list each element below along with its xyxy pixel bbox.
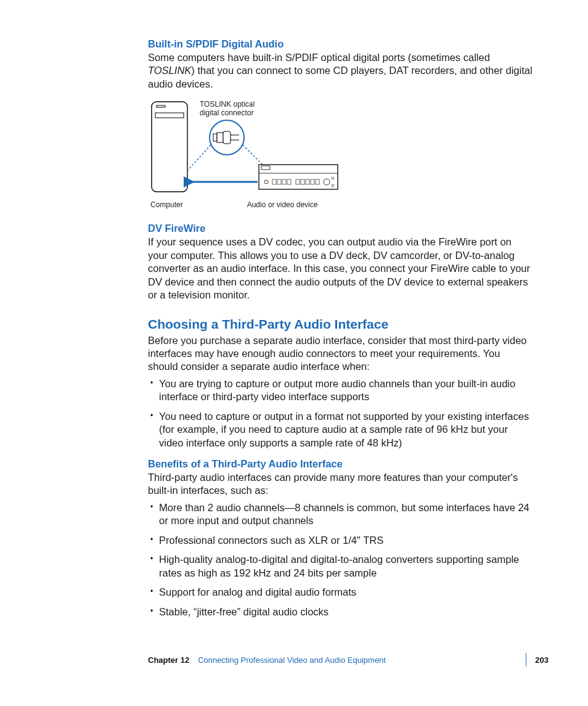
document-page: Built-in S/PDIF Digital Audio Some compu… — [0, 0, 588, 706]
body-firewire: If your sequence uses a DV codec, you ca… — [148, 236, 533, 302]
svg-line-9 — [187, 145, 211, 171]
list-item: Professional connectors such as XLR or 1… — [148, 534, 533, 547]
heading-choosing: Choosing a Third-Party Audio Interface — [148, 317, 533, 332]
list-item: You are trying to capture or output more… — [148, 377, 533, 404]
t: Some computers have built-in S/PDIF opti… — [148, 52, 490, 63]
footer-divider — [526, 653, 526, 667]
t: ) that you can connect to some CD player… — [148, 65, 533, 89]
svg-rect-2 — [155, 113, 184, 118]
list-item: You need to capture or output in a forma… — [148, 410, 533, 449]
svg-point-14 — [264, 180, 268, 184]
diagram-callout-2: digital connector — [200, 109, 253, 117]
em-toslink: TOSLINK — [148, 65, 191, 76]
diagram-callout-1: TOSLINK optical — [200, 100, 255, 109]
svg-rect-19 — [296, 179, 300, 184]
svg-rect-16 — [277, 179, 281, 184]
intro-benefits: Third-party audio interfaces can provide… — [148, 471, 533, 498]
list-item: High-quality analog-to-digital and digit… — [148, 553, 533, 580]
svg-point-24 — [324, 179, 330, 185]
list-item: Support for analog and digital audio for… — [148, 586, 533, 599]
heading-spdif: Built-in S/PDIF Digital Audio — [148, 38, 533, 50]
heading-firewire: DV FireWire — [148, 223, 533, 234]
svg-rect-15 — [272, 179, 276, 184]
list-benefits: More than 2 audio channels—8 channels is… — [148, 501, 533, 618]
page-footer: Chapter 12 Connecting Professional Video… — [148, 653, 549, 667]
svg-point-26 — [332, 184, 334, 187]
heading-benefits: Benefits of a Third-Party Audio Interfac… — [148, 458, 533, 470]
body-spdif: Some computers have built-in S/PDIF opti… — [148, 51, 533, 91]
svg-rect-12 — [261, 166, 270, 170]
svg-rect-21 — [306, 179, 309, 184]
svg-rect-20 — [301, 179, 304, 184]
diagram-toslink: TOSLINK optical digital connector — [148, 99, 345, 209]
footer-chapter-number: Chapter 12 — [148, 655, 189, 665]
svg-rect-11 — [259, 165, 338, 189]
svg-rect-1 — [157, 105, 165, 107]
footer-chapter-title: Connecting Professional Video and Audio … — [198, 655, 517, 665]
list-item: Stable, “jitter-free” digital audio cloc… — [148, 605, 533, 618]
svg-rect-18 — [287, 179, 291, 184]
intro-choosing: Before you purchase a separate audio int… — [148, 334, 533, 374]
svg-rect-23 — [316, 179, 319, 184]
caption-device: Audio or video device — [247, 200, 318, 209]
list-choosing: You are trying to capture or output more… — [148, 377, 533, 449]
caption-computer: Computer — [150, 200, 183, 209]
svg-line-10 — [243, 145, 264, 166]
svg-rect-6 — [223, 131, 231, 144]
svg-rect-5 — [217, 133, 223, 142]
list-item: More than 2 audio channels—8 channels is… — [148, 501, 533, 528]
svg-rect-22 — [311, 179, 314, 184]
footer-page-number: 203 — [535, 655, 549, 665]
svg-rect-4 — [213, 134, 217, 141]
diagram-captions: Computer Audio or video device — [148, 200, 345, 209]
svg-point-25 — [332, 177, 334, 179]
svg-rect-17 — [282, 179, 286, 184]
